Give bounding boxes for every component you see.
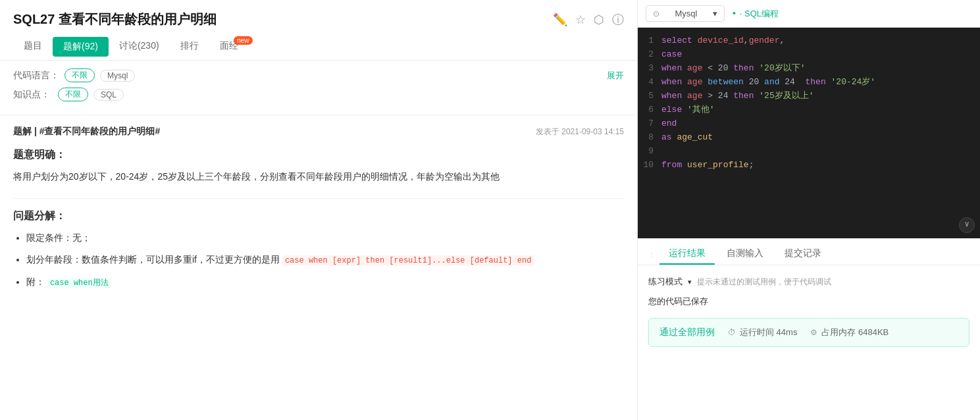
- inline-code-usage: case when用法: [47, 278, 111, 288]
- content-area: 题解 | #查看不同年龄段的用户明细# 发表于 2021-09-03 14:15…: [0, 115, 637, 420]
- sql-dot: •: [733, 8, 736, 18]
- right-panel: ⊙ Mysql ▾ • · SQL编程 1 select device_id,g…: [638, 0, 980, 420]
- solution-header: 题解 | #查看不同年龄段的用户明细# 发表于 2021-09-03 14:15: [13, 126, 624, 138]
- language-no-limit-tag[interactable]: 不限: [64, 68, 95, 82]
- code-line-6: 6 else '其他': [638, 103, 980, 117]
- meaning-content: 将用户划分为20岁以下，20-24岁，25岁及以上三个年龄段，分别查看不同年龄段…: [13, 169, 624, 185]
- page-header: SQL27 查看不同年龄段的用户明细 ✏️ ☆ ⬡ ⓘ: [0, 0, 637, 28]
- tab-run-result[interactable]: 运行结果: [659, 244, 715, 265]
- knowledge-filter-label: 知识点：: [13, 89, 53, 101]
- filters-section: 代码语言： 不限 Mysql 展开 知识点： 不限 SQL: [0, 61, 637, 115]
- tab-rank[interactable]: 排行: [170, 34, 209, 60]
- collapse-editor-button[interactable]: ∨: [959, 217, 975, 233]
- chevron-down-icon: ▾: [713, 9, 717, 18]
- code-line-2: 2 case: [638, 48, 980, 62]
- memory-icon: ⚙: [810, 328, 817, 337]
- drag-handle: ⋮: [648, 251, 654, 258]
- code-line-10: 10 from user_profile;: [638, 159, 980, 172]
- language-mysql-tag[interactable]: Mysql: [100, 70, 135, 82]
- header-icons: ✏️ ☆ ⬡ ⓘ: [553, 12, 624, 28]
- tabs-bar: 题目 题解(92) 讨论(230) 排行 面经 new: [0, 34, 637, 61]
- practice-mode-bar: 练习模式 ▾ 提示未通过的测试用例，便于代码调试: [648, 276, 969, 288]
- tab-solution[interactable]: 题解(92): [53, 37, 109, 57]
- expand-button[interactable]: 展开: [607, 70, 624, 82]
- knowledge-filter-row: 知识点： 不限 SQL: [13, 88, 624, 101]
- code-line-7: 7 end: [638, 117, 980, 131]
- solution-date: 发表于 2021-09-03 14:15: [536, 126, 624, 138]
- result-success-bar: 通过全部用例 ⏱ 运行时间 44ms ⚙ 占用内存 6484KB: [648, 318, 969, 347]
- memory-meta: ⚙ 占用内存 6484KB: [810, 327, 889, 338]
- share-icon[interactable]: ⬡: [594, 13, 604, 27]
- solution-title: 题解 | #查看不同年龄段的用户明细#: [13, 126, 160, 138]
- tab-interview[interactable]: 面经 new: [209, 34, 249, 60]
- edit-icon[interactable]: ✏️: [553, 13, 567, 27]
- meaning-title: 题意明确：: [13, 148, 624, 162]
- result-tabs: ⋮ 运行结果 自测输入 提交记录: [638, 238, 980, 265]
- bullet-list: 限定条件：无； 划分年龄段：数值条件判断，可以用多重if，不过更方便的是用 ca…: [13, 230, 624, 290]
- info-icon[interactable]: ⓘ: [612, 12, 624, 28]
- tab-problem[interactable]: 题目: [13, 34, 53, 60]
- editor-topbar: ⊙ Mysql ▾ • · SQL编程: [638, 0, 980, 28]
- tab-discussion[interactable]: 讨论(230): [109, 34, 170, 60]
- divider-1: [13, 198, 624, 199]
- code-line-8: 8 as age_cut: [638, 131, 980, 145]
- time-label: 运行时间 44ms: [740, 327, 797, 338]
- code-line-1: 1 select device_id,gender,: [638, 34, 980, 48]
- db-selector[interactable]: ⊙ Mysql ▾: [646, 5, 725, 22]
- knowledge-sql-tag[interactable]: SQL: [93, 89, 124, 101]
- star-icon[interactable]: ☆: [575, 13, 586, 27]
- tab-self-test[interactable]: 自测输入: [717, 244, 773, 265]
- db-icon: ⊙: [653, 9, 659, 18]
- new-badge: new: [234, 36, 252, 45]
- code-editor[interactable]: 1 select device_id,gender, 2 case 3 when…: [638, 28, 980, 238]
- code-line-5: 5 when age > 24 then '25岁及以上': [638, 90, 980, 103]
- list-item-1: 限定条件：无；: [26, 230, 624, 246]
- language-filter-label: 代码语言：: [13, 70, 59, 82]
- code-line-9: 9: [638, 145, 980, 159]
- page-title: SQL27 查看不同年龄段的用户明细: [13, 11, 217, 28]
- practice-hint-text: 提示未通过的测试用例，便于代码调试: [697, 276, 831, 288]
- memory-label: 占用内存 6484KB: [821, 327, 889, 338]
- practice-mode-label[interactable]: 练习模式: [648, 276, 683, 288]
- list-item-2: 划分年龄段：数值条件判断，可以用多重if，不过更方便的是用 case when …: [26, 251, 624, 269]
- sql-badge: • · SQL编程: [733, 8, 779, 20]
- db-label: Mysql: [675, 9, 698, 18]
- sql-badge-text: · SQL编程: [740, 9, 779, 18]
- pass-label: 通过全部用例: [659, 327, 715, 338]
- result-area: 练习模式 ▾ 提示未通过的测试用例，便于代码调试 您的代码已保存 通过全部用例 …: [638, 265, 980, 420]
- code-line-3: 3 when age < 20 then '20岁以下': [638, 62, 980, 76]
- code-line-4: 4 when age between 20 and 24 then '20-24…: [638, 76, 980, 90]
- tab-submit-history[interactable]: 提交记录: [775, 244, 831, 265]
- saved-text: 您的代码已保存: [648, 296, 969, 307]
- list-item-3: 附： case when用法: [26, 274, 624, 291]
- time-meta: ⏱ 运行时间 44ms: [728, 327, 797, 338]
- language-filter-row: 代码语言： 不限 Mysql 展开: [13, 68, 624, 82]
- clock-icon: ⏱: [728, 328, 736, 337]
- breakdown-title: 问题分解：: [13, 209, 624, 223]
- practice-mode-arrow: ▾: [688, 278, 692, 286]
- knowledge-no-limit-tag[interactable]: 不限: [58, 88, 88, 101]
- inline-code-case: case when [expr] then [result1]...else […: [282, 255, 534, 266]
